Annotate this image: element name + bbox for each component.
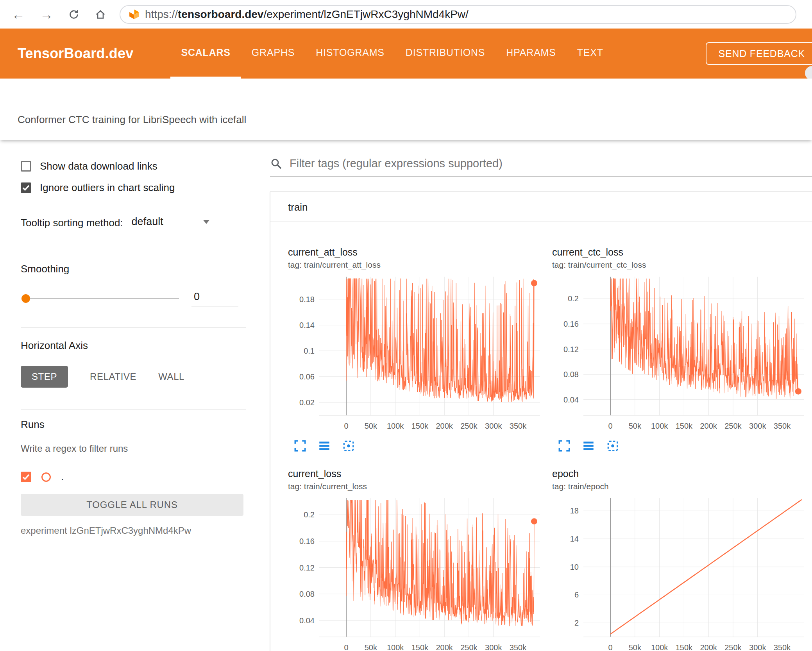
run-checkbox[interactable] <box>21 472 31 482</box>
chart-cell-current-att-loss: current_att_loss tag: train/current_att_… <box>288 247 552 468</box>
chart-tag: tag: train/epoch <box>552 482 812 491</box>
svg-text:350k: 350k <box>774 422 791 430</box>
tab-hparams[interactable]: HPARAMS <box>495 29 566 79</box>
url-text: https://tensorboard.dev/experiment/lzGnE… <box>145 8 469 21</box>
avatar[interactable] <box>805 66 812 80</box>
browser-chrome: ← → https://tensorboard.dev/experiment/l… <box>0 0 812 29</box>
svg-text:0: 0 <box>344 643 348 651</box>
divider <box>21 410 246 410</box>
fit-domain-icon[interactable] <box>342 439 355 452</box>
data-series-icon[interactable] <box>582 439 595 452</box>
svg-text:0.16: 0.16 <box>299 537 315 545</box>
fullscreen-icon[interactable] <box>558 439 571 452</box>
slider-knob[interactable] <box>21 294 30 303</box>
chart-title: epoch <box>552 468 812 479</box>
svg-text:0.04: 0.04 <box>299 616 315 625</box>
chart-cell-current-loss: current_loss tag: train/current_loss 0.0… <box>288 468 552 651</box>
smoothing-label: Smoothing <box>21 263 256 275</box>
svg-text:350k: 350k <box>510 422 527 430</box>
svg-text:350k: 350k <box>774 643 791 651</box>
chart-tag: tag: train/current_loss <box>288 482 552 491</box>
app-header: TensorBoard.dev SCALARS GRAPHS HISTOGRAM… <box>0 29 812 79</box>
svg-text:0: 0 <box>608 422 612 430</box>
tooltip-sorting-value: default <box>132 216 163 228</box>
run-row: . <box>21 471 256 483</box>
smoothing-value-field[interactable]: 0 <box>191 291 238 306</box>
runs-label: Runs <box>21 418 256 431</box>
svg-text:0.06: 0.06 <box>299 372 315 381</box>
fullscreen-icon[interactable] <box>293 439 307 452</box>
tooltip-sorting-label: Tooltip sorting method: <box>21 217 123 232</box>
svg-text:150k: 150k <box>411 422 429 430</box>
svg-text:0.2: 0.2 <box>568 294 579 303</box>
axis-relative-button[interactable]: RELATIVE <box>90 366 136 388</box>
fit-domain-icon[interactable] <box>606 439 619 452</box>
svg-text:2: 2 <box>574 619 579 627</box>
tab-histograms[interactable]: HISTOGRAMS <box>305 29 395 79</box>
back-icon[interactable]: ← <box>12 8 25 21</box>
experiment-title: Conformer CTC training for LibriSpeech w… <box>18 114 246 126</box>
svg-text:300k: 300k <box>749 422 766 430</box>
tensorboard-favicon-icon <box>129 9 140 20</box>
data-series-icon[interactable] <box>318 439 331 452</box>
svg-text:0.2: 0.2 <box>304 510 315 519</box>
svg-text:200k: 200k <box>436 422 453 430</box>
svg-text:150k: 150k <box>676 643 693 651</box>
axis-wall-button[interactable]: WALL <box>158 366 184 388</box>
svg-text:350k: 350k <box>510 643 527 651</box>
home-icon[interactable] <box>95 9 106 20</box>
smoothing-slider[interactable] <box>21 293 179 304</box>
send-feedback-button[interactable]: SEND FEEDBACK <box>706 42 812 65</box>
tab-text[interactable]: TEXT <box>567 29 614 79</box>
experiment-id-label: experiment lzGnETjwRxC3yghNMd4kPw <box>21 525 256 536</box>
svg-text:300k: 300k <box>485 643 502 651</box>
ignore-outliers-checkbox[interactable] <box>21 182 31 193</box>
train-group-header[interactable]: train <box>270 192 812 222</box>
tab-scalars[interactable]: SCALARS <box>170 29 241 79</box>
reload-icon[interactable] <box>68 9 80 20</box>
filter-tags-input[interactable] <box>290 157 812 170</box>
address-bar[interactable]: https://tensorboard.dev/experiment/lzGnE… <box>120 5 796 24</box>
chart-current-att-loss[interactable]: 0.020.060.10.140.18050k100k150k200k250k3… <box>288 273 546 437</box>
chart-title: current_att_loss <box>288 247 552 258</box>
svg-text:50k: 50k <box>629 643 642 651</box>
svg-text:50k: 50k <box>365 422 377 430</box>
svg-text:200k: 200k <box>700 422 717 430</box>
svg-text:100k: 100k <box>387 643 404 651</box>
forward-icon[interactable]: → <box>40 8 53 21</box>
run-name: . <box>61 471 64 483</box>
horizontal-axis-label: Horizontal Axis <box>21 340 256 352</box>
chart-current-loss[interactable]: 0.040.080.120.160.2050k100k150k200k250k3… <box>288 494 546 651</box>
chart-tag: tag: train/current_ctc_loss <box>552 260 812 270</box>
chart-cell-epoch: epoch tag: train/epoch 26101418050k100k1… <box>552 468 812 651</box>
axis-step-button[interactable]: STEP <box>21 366 68 388</box>
svg-text:250k: 250k <box>460 643 478 651</box>
chart-current-ctc-loss[interactable]: 0.040.080.120.160.2050k100k150k200k250k3… <box>552 273 810 437</box>
svg-text:300k: 300k <box>485 422 502 430</box>
tab-graphs[interactable]: GRAPHS <box>241 29 305 79</box>
train-group-card: train current_att_loss tag: train/curren… <box>270 191 812 651</box>
show-download-links-label: Show data download links <box>40 160 157 172</box>
tab-distributions[interactable]: DISTRIBUTIONS <box>395 29 495 79</box>
svg-text:150k: 150k <box>411 643 429 651</box>
main-panel: train current_att_loss tag: train/curren… <box>256 140 812 651</box>
settings-sidebar: Show data download links Ignore outliers… <box>0 140 256 651</box>
chart-title: current_loss <box>288 468 552 479</box>
run-isolate-icon[interactable] <box>41 472 51 482</box>
divider <box>21 327 246 328</box>
svg-text:150k: 150k <box>676 422 693 430</box>
svg-text:250k: 250k <box>724 422 742 430</box>
chart-epoch[interactable]: 26101418050k100k150k200k250k300k350k <box>552 494 810 651</box>
runs-filter-input[interactable] <box>21 441 246 459</box>
svg-text:0.16: 0.16 <box>563 320 579 328</box>
divider <box>21 251 246 251</box>
svg-text:50k: 50k <box>365 643 377 651</box>
show-download-links-checkbox[interactable] <box>21 161 31 172</box>
svg-text:0.08: 0.08 <box>563 370 579 379</box>
tooltip-sorting-dropdown[interactable]: default <box>131 216 211 232</box>
svg-text:250k: 250k <box>460 422 478 430</box>
toggle-all-runs-button[interactable]: TOGGLE ALL RUNS <box>21 494 243 516</box>
nav-tabs: SCALARS GRAPHS HISTOGRAMS DISTRIBUTIONS … <box>170 29 613 79</box>
svg-text:0: 0 <box>344 422 348 430</box>
brand-title[interactable]: TensorBoard.dev <box>18 45 133 62</box>
